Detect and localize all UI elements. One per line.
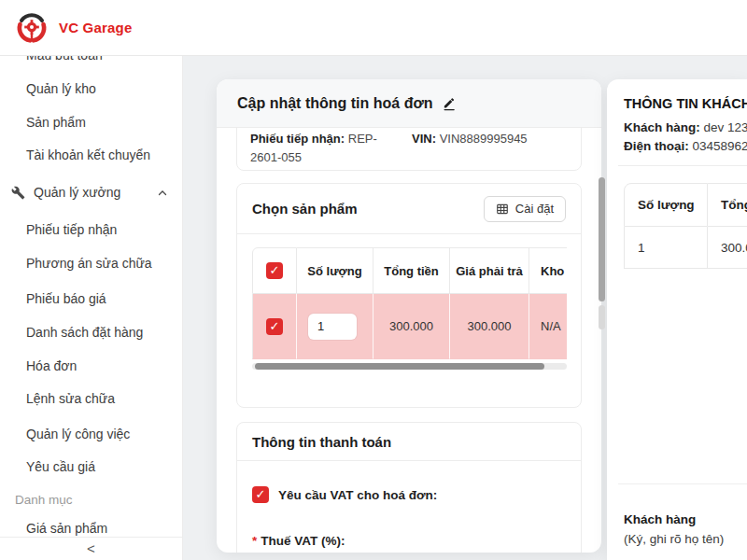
signature-title: Khách hàng [624, 512, 696, 526]
total-cell: 300.000 [374, 294, 450, 359]
vertical-scrollbar-thumb[interactable] [599, 177, 605, 301]
grid-icon [496, 203, 509, 216]
select-all-checkbox[interactable]: ✓ [266, 262, 283, 279]
payable-cell: 300.000 [450, 294, 529, 359]
customer-value: dev 123 [704, 120, 747, 134]
products-table-viewport: ✓ Số lượng Tổng tiền Giá phải trả Kho ✓ [252, 247, 567, 359]
choose-products-header: Chọn sản phẩm Cài đặt [237, 184, 581, 234]
garage-gear-logo-icon [13, 9, 50, 47]
customer-invoice-panel: THÔNG TIN KHÁCH HÀNG Khách hàng: dev 123… [607, 79, 747, 560]
vat-request-row: ✓ Yêu cầu VAT cho hoá đơn: [237, 486, 581, 503]
edit-pencil-icon[interactable] [442, 95, 458, 111]
customer-line: Khách hàng: dev 123 [624, 119, 747, 137]
payment-info-card: Thông tin thanh toán ✓ Yêu cầu VAT cho h… [236, 422, 582, 553]
chevron-up-icon[interactable] [157, 188, 171, 202]
vat-checkbox[interactable]: ✓ [252, 486, 269, 503]
required-asterisk: * [252, 534, 257, 548]
sidebar-item-mau-but-toan[interactable]: Mẫu bút toán [26, 56, 103, 64]
brand-logo[interactable]: VC Garage [13, 9, 133, 47]
chevron-left-icon: < [87, 540, 95, 556]
sidebar-item-danh-sach-dat-hang[interactable]: Danh sách đặt hàng [26, 323, 143, 342]
modal-title: Cập nhật thông tin hoá đơn [237, 95, 433, 112]
invoice-table-header-row: Số lượng Tổng tiền [624, 183, 747, 227]
vat-rate-label: Thuế VAT (%): [261, 534, 345, 548]
vat-rate-row: *Thuế VAT (%): [237, 534, 581, 548]
sidebar-item-phieu-bao-gia[interactable]: Phiếu báo giá [26, 289, 106, 308]
sidebar-item-san-pham[interactable]: Sản phẩm [26, 113, 86, 132]
check-icon: ✓ [270, 319, 280, 333]
sidebar-item-quan-ly-kho[interactable]: Quản lý kho [26, 79, 96, 98]
col-header-quantity: Số lượng [297, 247, 374, 294]
col-header-payable: Giá phải trả [450, 247, 529, 294]
phone-value: 0345896217 [693, 139, 747, 153]
check-icon: ✓ [256, 487, 266, 501]
products-table-header-row: ✓ Số lượng Tổng tiền Giá phải trả Kho [252, 247, 567, 294]
choose-products-title: Chọn sản phẩm [252, 201, 358, 217]
reception-label: Phiếu tiếp nhận: [250, 132, 345, 146]
sidebar-nav: Mẫu bút toán Quản lý kho Sản phẩm Tài kh… [0, 56, 183, 560]
brand-name: VC Garage [59, 20, 133, 35]
customer-label: Khách hàng: [624, 120, 700, 134]
modal-body: Phiếu tiếp nhận: REP-2601-055 VIN: VIN88… [217, 128, 601, 553]
phone-label: Điện thoại: [624, 139, 689, 153]
vin-number: VIN: VIN8889995945 [412, 130, 528, 161]
quantity-input[interactable] [308, 314, 357, 340]
reception-info-card: Phiếu tiếp nhận: REP-2601-055 VIN: VIN88… [236, 128, 582, 171]
inv-col-total: Tổng tiền [708, 183, 747, 227]
horizontal-scrollbar-thumb[interactable] [255, 363, 544, 370]
col-header-warehouse: Kho [529, 247, 567, 294]
vin-label: VIN: [412, 132, 436, 146]
invoice-summary-table: Số lượng Tổng tiền 1 300.000 [624, 183, 747, 269]
sidebar-item-hoa-don[interactable]: Hóa đơn [26, 357, 77, 375]
table-settings-button[interactable]: Cài đặt [484, 196, 566, 222]
payment-header: Thông tin thanh toán [237, 423, 581, 461]
table-settings-label: Cài đặt [515, 202, 554, 216]
sidebar-item-phuong-an-sua-chua[interactable]: Phương án sửa chữa [26, 254, 152, 273]
reception-number: Phiếu tiếp nhận: REP-2601-055 [250, 130, 404, 161]
inv-total-cell: 300.000 [708, 227, 747, 269]
row-select-cell: ✓ [252, 294, 297, 359]
vat-checkbox-label: Yêu cầu VAT cho hoá đơn: [278, 488, 437, 502]
col-header-total: Tổng tiền [374, 247, 450, 294]
sidebar-item-tai-khoan-ket-chuyen[interactable]: Tài khoản kết chuyển [26, 146, 150, 164]
sidebar-item-gia-san-pham[interactable]: Giá sản phẩm [26, 519, 107, 538]
invoice-table-row: 1 300.000 [624, 227, 747, 269]
sidebar-item-yeu-cau-gia[interactable]: Yêu cầu giá [26, 457, 95, 476]
products-table: ✓ Số lượng Tổng tiền Giá phải trả Kho ✓ [252, 247, 567, 359]
vin-value: VIN8889995945 [440, 132, 528, 146]
phone-line: Điện thoại: 0345896217 [624, 137, 747, 156]
update-invoice-modal: Cập nhật thông tin hoá đơn Phiếu tiếp nh… [217, 79, 601, 553]
app-header: VC Garage [0, 0, 747, 56]
sidebar-collapse-button[interactable]: < [0, 537, 182, 560]
check-icon: ✓ [270, 263, 280, 277]
inv-col-quantity: Số lượng [624, 183, 708, 227]
horizontal-scrollbar-track[interactable] [252, 363, 567, 370]
signature-note: (Ký, ghi rõ họ tên) [624, 532, 724, 546]
sidebar-item-lenh-sua-chua[interactable]: Lệnh sửa chữa [26, 389, 115, 408]
choose-products-card: Chọn sản phẩm Cài đặt [236, 183, 582, 408]
sidebar-item-phieu-tiep-nhan[interactable]: Phiếu tiếp nhận [26, 220, 117, 239]
quantity-cell [297, 294, 374, 359]
divider [618, 483, 747, 484]
inv-quantity-cell: 1 [624, 227, 708, 269]
customer-info-title: THÔNG TIN KHÁCH HÀNG [624, 96, 747, 111]
modal-titlebar: Cập nhật thông tin hoá đơn [217, 79, 601, 128]
warehouse-cell: N/A [529, 294, 567, 359]
wrench-icon [11, 186, 25, 200]
divider [618, 165, 747, 166]
select-all-cell: ✓ [252, 247, 297, 294]
sidebar-group-quan-ly-xuong[interactable]: Quản lý xưởng [34, 183, 120, 202]
sidebar-section-danh-muc: Danh mục [15, 491, 73, 510]
row-checkbox[interactable]: ✓ [266, 318, 283, 335]
product-row: ✓ 300.000 300.000 N/A [252, 294, 567, 359]
payment-title: Thông tin thanh toán [252, 434, 391, 450]
sidebar-item-quan-ly-cong-viec[interactable]: Quản lý công việc [26, 425, 130, 443]
vertical-scrollbar-segment[interactable] [599, 305, 605, 329]
